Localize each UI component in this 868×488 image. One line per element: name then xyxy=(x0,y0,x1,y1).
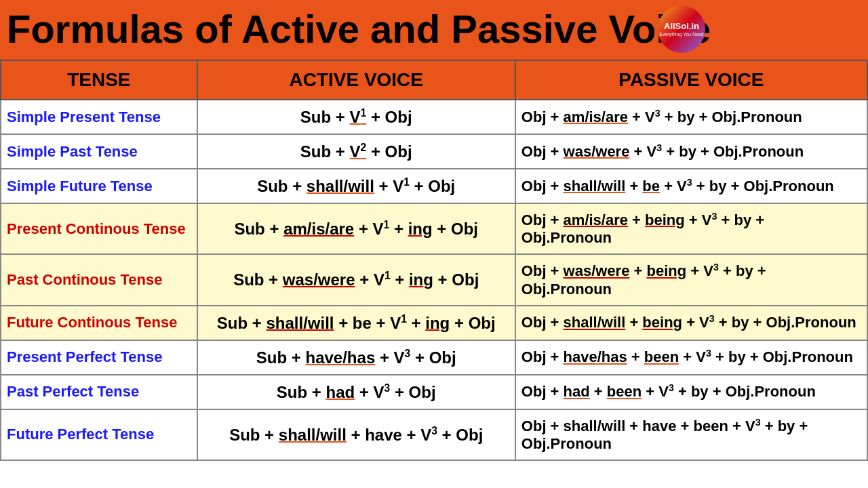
passive-formula-cell: Obj + had + been + V3 + by + Obj.Pronoun xyxy=(515,375,867,409)
passive-formula-cell: Obj + shall/will + be + V3 + by + Obj.Pr… xyxy=(515,169,867,203)
logo-subtext: Everything You Need xyxy=(659,32,703,37)
tense-cell: Present Perfect Tense xyxy=(1,340,197,375)
active-formula-cell: Sub + am/is/are + V1 + ing + Obj xyxy=(197,203,515,254)
passive-formula-cell: Obj + shall/will + have + been + V3 + by… xyxy=(515,409,867,460)
table-row: Simple Past Tense Sub + V2 + Obj Obj + w… xyxy=(1,134,867,169)
active-formula-cell: Sub + have/has + V3 + Obj xyxy=(197,340,515,375)
active-formula-cell: Sub + shall/will + have + V3 + Obj xyxy=(197,409,515,460)
active-formula-cell: Sub + V2 + Obj xyxy=(197,134,515,169)
tense-cell: Simple Future Tense xyxy=(1,169,197,203)
tense-cell: Past Continous Tense xyxy=(1,254,197,305)
table-row: Present Continous Tense Sub + am/is/are … xyxy=(1,203,867,254)
active-formula-cell: Sub + shall/will + be + V1 + ing + Obj xyxy=(197,306,515,340)
table-row: Past Continous Tense Sub + was/were + V1… xyxy=(1,254,867,305)
active-formula-cell: Sub + V1 + Obj xyxy=(197,100,515,134)
passive-formula-cell: Obj + shall/will + being + V3 + by + Obj… xyxy=(515,306,867,340)
tense-cell: Present Continous Tense xyxy=(1,203,197,254)
table-row: Future Perfect Tense Sub + shall/will + … xyxy=(1,409,867,460)
logo-text: AllSol.in xyxy=(664,21,699,32)
table-container: TENSE ACTIVE VOICE PASSIVE VOICE Simple … xyxy=(0,60,868,461)
tense-cell: Simple Past Tense xyxy=(1,134,197,169)
header: Formulas of Active and Passive Voice All… xyxy=(0,0,868,60)
active-formula-cell: Sub + had + V3 + Obj xyxy=(197,375,515,409)
header-title: Formulas of Active and Passive Voice xyxy=(7,9,711,49)
logo: AllSol.in Everything You Need xyxy=(658,5,705,53)
table-header-row: TENSE ACTIVE VOICE PASSIVE VOICE xyxy=(1,60,867,100)
passive-formula-cell: Obj + am/is/are + being + V3 + by + Obj.… xyxy=(515,203,867,254)
passive-formula-cell: Obj + was/were + being + V3 + by + Obj.P… xyxy=(515,254,867,305)
col-tense: TENSE xyxy=(1,60,197,100)
col-active: ACTIVE VOICE xyxy=(197,60,515,100)
tense-cell: Future Perfect Tense xyxy=(1,409,197,460)
passive-formula-cell: Obj + was/were + V3 + by + Obj.Pronoun xyxy=(515,134,867,169)
tense-cell: Past Perfect Tense xyxy=(1,375,197,409)
main-table: TENSE ACTIVE VOICE PASSIVE VOICE Simple … xyxy=(0,60,868,461)
table-row: Past Perfect Tense Sub + had + V3 + Obj … xyxy=(1,375,867,409)
tense-cell: Simple Present Tense xyxy=(1,100,197,134)
tense-cell: Future Continous Tense xyxy=(1,306,197,340)
col-passive: PASSIVE VOICE xyxy=(515,60,867,100)
table-row: Simple Present Tense Sub + V1 + Obj Obj … xyxy=(1,100,867,134)
passive-formula-cell: Obj + have/has + been + V3 + by + Obj.Pr… xyxy=(515,340,867,375)
table-row: Future Continous Tense Sub + shall/will … xyxy=(1,306,867,340)
active-formula-cell: Sub + shall/will + V1 + Obj xyxy=(197,169,515,203)
table-row: Simple Future Tense Sub + shall/will + V… xyxy=(1,169,867,203)
table-row: Present Perfect Tense Sub + have/has + V… xyxy=(1,340,867,375)
active-formula-cell: Sub + was/were + V1 + ing + Obj xyxy=(197,254,515,305)
passive-formula-cell: Obj + am/is/are + V3 + by + Obj.Pronoun xyxy=(515,100,867,134)
